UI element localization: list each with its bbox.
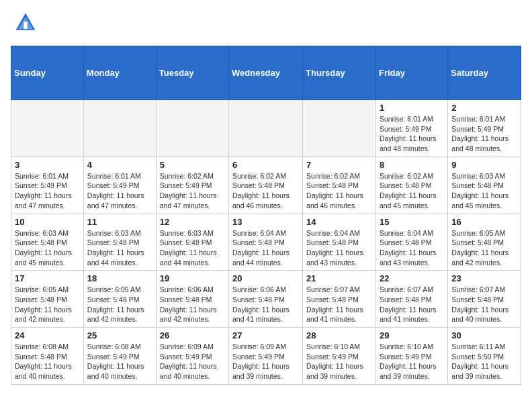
day-info: Sunrise: 6:01 AM Sunset: 5:49 PM Dayligh… (87, 171, 152, 211)
day-number: 17 (15, 273, 80, 283)
day-info: Sunrise: 6:08 AM Sunset: 5:49 PM Dayligh… (87, 342, 152, 381)
day-number: 1 (380, 103, 444, 113)
day-number: 2 (451, 103, 517, 113)
svg-rect-2 (24, 21, 27, 29)
day-info: Sunrise: 6:01 AM Sunset: 5:49 PM Dayligh… (451, 114, 517, 154)
day-number: 23 (451, 273, 517, 283)
calendar-cell: 4Sunrise: 6:01 AM Sunset: 5:49 PM Daylig… (83, 156, 156, 214)
calendar-cell: 22Sunrise: 6:07 AM Sunset: 5:48 PM Dayli… (375, 271, 447, 328)
calendar-week-row: 1Sunrise: 6:01 AM Sunset: 5:49 PM Daylig… (11, 100, 521, 157)
calendar-cell: 2Sunrise: 6:01 AM Sunset: 5:49 PM Daylig… (448, 100, 521, 157)
day-info: Sunrise: 6:07 AM Sunset: 5:48 PM Dayligh… (306, 285, 372, 324)
calendar-day-header: Monday (83, 46, 156, 100)
day-number: 29 (380, 330, 444, 340)
day-number: 19 (160, 273, 225, 283)
day-number: 11 (87, 217, 152, 227)
day-info: Sunrise: 6:02 AM Sunset: 5:48 PM Dayligh… (232, 171, 299, 211)
day-number: 22 (380, 273, 444, 283)
calendar-body: 1Sunrise: 6:01 AM Sunset: 5:49 PM Daylig… (11, 100, 521, 385)
day-info: Sunrise: 6:10 AM Sunset: 5:49 PM Dayligh… (380, 342, 444, 381)
day-number: 9 (451, 160, 517, 170)
calendar: SundayMondayTuesdayWednesdayThursdayFrid… (11, 46, 521, 385)
calendar-day-header: Thursday (303, 46, 376, 100)
day-info: Sunrise: 6:03 AM Sunset: 5:48 PM Dayligh… (87, 228, 152, 268)
calendar-week-row: 10Sunrise: 6:03 AM Sunset: 5:48 PM Dayli… (11, 214, 521, 271)
calendar-cell: 13Sunrise: 6:04 AM Sunset: 5:48 PM Dayli… (229, 214, 303, 271)
calendar-cell: 26Sunrise: 6:09 AM Sunset: 5:49 PM Dayli… (156, 328, 228, 385)
calendar-week-row: 24Sunrise: 6:08 AM Sunset: 5:48 PM Dayli… (11, 328, 521, 385)
day-info: Sunrise: 6:02 AM Sunset: 5:48 PM Dayligh… (380, 171, 444, 211)
calendar-cell: 25Sunrise: 6:08 AM Sunset: 5:49 PM Dayli… (83, 328, 156, 385)
calendar-header-row: SundayMondayTuesdayWednesdayThursdayFrid… (11, 46, 521, 100)
day-info: Sunrise: 6:05 AM Sunset: 5:48 PM Dayligh… (451, 228, 517, 268)
calendar-cell: 3Sunrise: 6:01 AM Sunset: 5:49 PM Daylig… (11, 156, 84, 214)
day-info: Sunrise: 6:04 AM Sunset: 5:48 PM Dayligh… (306, 228, 372, 268)
day-info: Sunrise: 6:08 AM Sunset: 5:48 PM Dayligh… (15, 342, 80, 381)
day-info: Sunrise: 6:07 AM Sunset: 5:48 PM Dayligh… (451, 285, 517, 324)
calendar-cell: 10Sunrise: 6:03 AM Sunset: 5:48 PM Dayli… (11, 214, 84, 271)
day-info: Sunrise: 6:11 AM Sunset: 5:50 PM Dayligh… (451, 342, 517, 381)
day-number: 27 (232, 330, 299, 340)
calendar-cell: 20Sunrise: 6:06 AM Sunset: 5:48 PM Dayli… (229, 271, 303, 328)
day-info: Sunrise: 6:09 AM Sunset: 5:49 PM Dayligh… (160, 342, 225, 381)
calendar-cell: 16Sunrise: 6:05 AM Sunset: 5:48 PM Dayli… (448, 214, 521, 271)
calendar-day-header: Saturday (448, 46, 521, 100)
day-info: Sunrise: 6:03 AM Sunset: 5:48 PM Dayligh… (160, 228, 225, 268)
day-info: Sunrise: 6:05 AM Sunset: 5:48 PM Dayligh… (15, 285, 80, 324)
day-number: 12 (160, 217, 225, 227)
logo (11, 11, 38, 38)
calendar-cell: 12Sunrise: 6:03 AM Sunset: 5:48 PM Dayli… (156, 214, 228, 271)
calendar-cell: 7Sunrise: 6:02 AM Sunset: 5:48 PM Daylig… (303, 156, 376, 214)
calendar-cell: 15Sunrise: 6:04 AM Sunset: 5:48 PM Dayli… (375, 214, 447, 271)
calendar-week-row: 17Sunrise: 6:05 AM Sunset: 5:48 PM Dayli… (11, 271, 521, 328)
day-number: 30 (451, 330, 517, 340)
page-header (11, 11, 521, 38)
calendar-cell: 17Sunrise: 6:05 AM Sunset: 5:48 PM Dayli… (11, 271, 84, 328)
calendar-cell: 24Sunrise: 6:08 AM Sunset: 5:48 PM Dayli… (11, 328, 84, 385)
day-info: Sunrise: 6:09 AM Sunset: 5:49 PM Dayligh… (232, 342, 299, 381)
day-number: 7 (306, 160, 372, 170)
calendar-cell: 23Sunrise: 6:07 AM Sunset: 5:48 PM Dayli… (448, 271, 521, 328)
day-number: 28 (306, 330, 372, 340)
day-info: Sunrise: 6:05 AM Sunset: 5:48 PM Dayligh… (87, 285, 152, 324)
calendar-cell (229, 100, 303, 157)
calendar-cell: 29Sunrise: 6:10 AM Sunset: 5:49 PM Dayli… (375, 328, 447, 385)
calendar-week-row: 3Sunrise: 6:01 AM Sunset: 5:49 PM Daylig… (11, 156, 521, 214)
day-number: 14 (306, 217, 372, 227)
calendar-cell: 28Sunrise: 6:10 AM Sunset: 5:49 PM Dayli… (303, 328, 376, 385)
day-number: 8 (380, 160, 444, 170)
day-number: 20 (232, 273, 299, 283)
day-number: 6 (232, 160, 299, 170)
calendar-day-header: Friday (375, 46, 447, 100)
day-info: Sunrise: 6:06 AM Sunset: 5:48 PM Dayligh… (232, 285, 299, 324)
day-number: 10 (15, 217, 80, 227)
day-info: Sunrise: 6:04 AM Sunset: 5:48 PM Dayligh… (232, 228, 299, 268)
day-number: 21 (306, 273, 372, 283)
calendar-cell: 1Sunrise: 6:01 AM Sunset: 5:49 PM Daylig… (375, 100, 447, 157)
calendar-cell: 27Sunrise: 6:09 AM Sunset: 5:49 PM Dayli… (229, 328, 303, 385)
day-info: Sunrise: 6:04 AM Sunset: 5:48 PM Dayligh… (380, 228, 444, 268)
day-info: Sunrise: 6:01 AM Sunset: 5:49 PM Dayligh… (380, 114, 444, 154)
calendar-day-header: Tuesday (156, 46, 228, 100)
calendar-cell: 6Sunrise: 6:02 AM Sunset: 5:48 PM Daylig… (229, 156, 303, 214)
day-number: 16 (451, 217, 517, 227)
calendar-day-header: Wednesday (229, 46, 303, 100)
day-number: 25 (87, 330, 152, 340)
calendar-cell: 21Sunrise: 6:07 AM Sunset: 5:48 PM Dayli… (303, 271, 376, 328)
logo-icon (13, 11, 38, 35)
day-number: 18 (87, 273, 152, 283)
day-number: 4 (87, 160, 152, 170)
day-info: Sunrise: 6:06 AM Sunset: 5:48 PM Dayligh… (160, 285, 225, 324)
day-info: Sunrise: 6:03 AM Sunset: 5:48 PM Dayligh… (451, 171, 517, 211)
day-info: Sunrise: 6:02 AM Sunset: 5:48 PM Dayligh… (306, 171, 372, 211)
calendar-cell: 11Sunrise: 6:03 AM Sunset: 5:48 PM Dayli… (83, 214, 156, 271)
calendar-cell (11, 100, 84, 157)
day-number: 3 (15, 160, 80, 170)
calendar-cell: 9Sunrise: 6:03 AM Sunset: 5:48 PM Daylig… (448, 156, 521, 214)
calendar-cell (156, 100, 228, 157)
calendar-cell: 14Sunrise: 6:04 AM Sunset: 5:48 PM Dayli… (303, 214, 376, 271)
calendar-cell: 18Sunrise: 6:05 AM Sunset: 5:48 PM Dayli… (83, 271, 156, 328)
day-number: 15 (380, 217, 444, 227)
calendar-cell: 5Sunrise: 6:02 AM Sunset: 5:49 PM Daylig… (156, 156, 228, 214)
day-info: Sunrise: 6:10 AM Sunset: 5:49 PM Dayligh… (306, 342, 372, 381)
